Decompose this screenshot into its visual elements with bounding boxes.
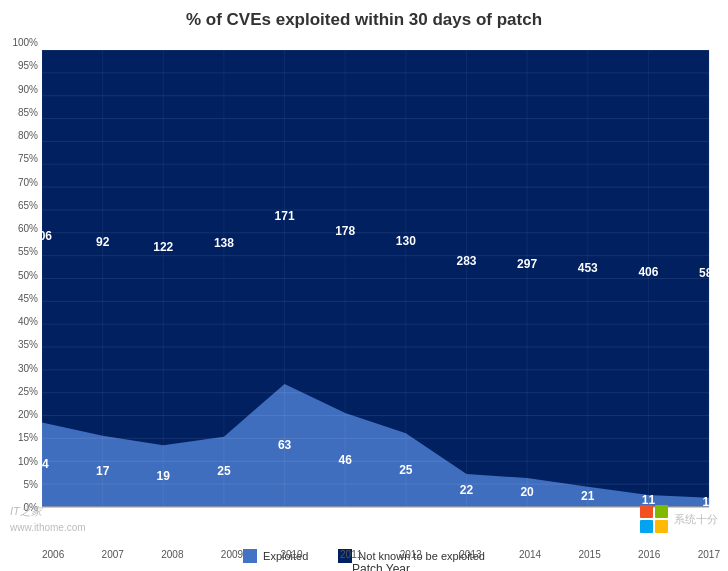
chart-body: 100%95%90%85%80%75%70%65%60%55%50%45%40%… xyxy=(0,38,728,543)
svg-text:20: 20 xyxy=(520,485,533,500)
y-axis-label: 20% xyxy=(18,410,38,420)
chart-area: % of CVEs exploited within 30 days of pa… xyxy=(0,10,728,571)
svg-text:25: 25 xyxy=(217,464,230,479)
y-axis-label: 40% xyxy=(18,317,38,327)
y-axis-label: 45% xyxy=(18,294,38,304)
main-container: % of CVEs exploited within 30 days of pa… xyxy=(0,0,728,571)
svg-text:138: 138 xyxy=(214,235,234,250)
x-axis-label: 2015 xyxy=(578,549,600,560)
x-axis-labels: 2006200720082009201020112012201320142015… xyxy=(42,547,720,560)
svg-text:171: 171 xyxy=(275,209,295,224)
y-axis-label: 25% xyxy=(18,387,38,397)
svg-text:130: 130 xyxy=(396,234,416,249)
watermark-left: IT之家 xyxy=(10,504,42,519)
svg-text:24: 24 xyxy=(42,457,49,472)
y-axis-label: 50% xyxy=(18,271,38,281)
svg-text:17: 17 xyxy=(96,463,109,478)
svg-text:46: 46 xyxy=(339,452,352,467)
y-axis-label: 80% xyxy=(18,131,38,141)
y-axis-label: 60% xyxy=(18,224,38,234)
y-axis-label: 30% xyxy=(18,364,38,374)
y-axis-label: 75% xyxy=(18,154,38,164)
x-axis-label: 2007 xyxy=(102,549,124,560)
x-axis-label: 2016 xyxy=(638,549,660,560)
svg-text:406: 406 xyxy=(638,264,658,279)
svg-text:92: 92 xyxy=(96,235,109,250)
y-axis-label: 90% xyxy=(18,85,38,95)
x-axis-title: Patch Year xyxy=(42,562,720,571)
svg-text:106: 106 xyxy=(42,228,52,243)
x-axis-label: 2012 xyxy=(400,549,422,560)
x-axis-label: 2017 xyxy=(698,549,720,560)
y-axis-label: 65% xyxy=(18,201,38,211)
y-axis-label: 10% xyxy=(18,457,38,467)
chart-canvas: 1069212213817117813028329745340658824171… xyxy=(42,38,720,543)
chart-title: % of CVEs exploited within 30 days of pa… xyxy=(186,10,542,30)
watermark-url: www.ithome.com xyxy=(10,522,86,533)
y-axis-label: 95% xyxy=(18,61,38,71)
svg-text:21: 21 xyxy=(581,489,594,504)
x-axis-label: 2008 xyxy=(161,549,183,560)
y-axis-label: 100% xyxy=(12,38,38,48)
chart-svg: 1069212213817117813028329745340658824171… xyxy=(42,38,720,543)
y-axis: 100%95%90%85%80%75%70%65%60%55%50%45%40%… xyxy=(0,38,42,543)
x-axis-label: 2013 xyxy=(459,549,481,560)
ms-branding: 系统十分 xyxy=(640,505,718,533)
svg-text:283: 283 xyxy=(456,254,476,269)
svg-text:588: 588 xyxy=(699,266,719,281)
x-axis-label: 2009 xyxy=(221,549,243,560)
ms-logo xyxy=(640,505,668,533)
watermark-right: 系统十分 xyxy=(674,512,718,527)
svg-text:122: 122 xyxy=(153,240,173,255)
svg-text:453: 453 xyxy=(578,260,598,275)
y-axis-label: 70% xyxy=(18,178,38,188)
y-axis-label: 5% xyxy=(24,480,38,490)
x-axis-label: 2014 xyxy=(519,549,541,560)
svg-text:22: 22 xyxy=(460,482,473,497)
svg-text:25: 25 xyxy=(399,462,412,477)
y-axis-label: 15% xyxy=(18,433,38,443)
svg-text:297: 297 xyxy=(517,256,537,271)
x-axis-label: 2011 xyxy=(340,549,362,560)
y-axis-label: 85% xyxy=(18,108,38,118)
x-axis-label: 2010 xyxy=(280,549,302,560)
svg-text:178: 178 xyxy=(335,224,355,239)
svg-text:63: 63 xyxy=(278,437,291,452)
y-axis-label: 55% xyxy=(18,247,38,257)
x-axis-label: 2006 xyxy=(42,549,64,560)
y-axis-label: 35% xyxy=(18,340,38,350)
svg-text:19: 19 xyxy=(157,468,170,483)
